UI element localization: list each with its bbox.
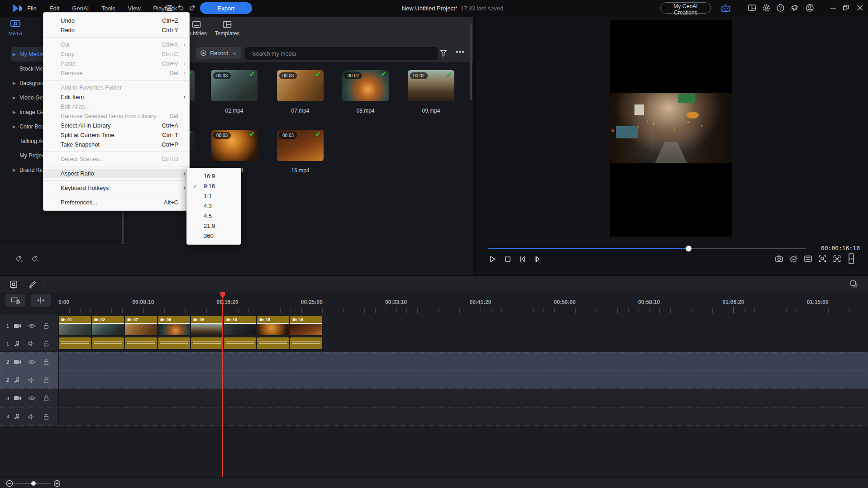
aspect-option-4-3[interactable]: 4:3 bbox=[187, 201, 241, 211]
remove-tag-icon[interactable] bbox=[31, 255, 40, 263]
playback-speed-icon[interactable] bbox=[789, 255, 798, 263]
filter-icon[interactable] bbox=[439, 49, 448, 57]
playback-progress-bar[interactable] bbox=[488, 248, 806, 249]
play-button[interactable] bbox=[488, 255, 497, 264]
previous-frame-button[interactable] bbox=[518, 255, 527, 264]
more-options-icon[interactable]: ••• bbox=[456, 48, 465, 56]
next-frame-button[interactable] bbox=[532, 255, 541, 264]
expander-arrow-icon[interactable]: ▶ bbox=[13, 47, 16, 62]
preview-zoom-icon[interactable] bbox=[818, 255, 827, 263]
media-thumbnail-09-mp4[interactable]: 00:02✓ bbox=[408, 70, 454, 101]
zoom-out-icon[interactable] bbox=[6, 480, 13, 487]
stop-button[interactable] bbox=[503, 255, 512, 264]
sidebar-tab-media[interactable]: Media bbox=[2, 19, 29, 36]
timeline-audio-clip-09[interactable] bbox=[191, 337, 223, 349]
expander-arrow-icon[interactable]: ▶ bbox=[13, 76, 16, 90]
menubar-genai[interactable]: GenAI bbox=[72, 5, 89, 12]
lock-icon[interactable] bbox=[43, 395, 49, 402]
menu-item-split-at-current-time[interactable]: Split at Current TimeCtrl+T bbox=[43, 130, 189, 140]
media-thumbnail-02-mp4[interactable]: 00:03✓ bbox=[211, 70, 258, 101]
lock-icon[interactable] bbox=[43, 377, 49, 384]
progress-knob[interactable] bbox=[686, 246, 692, 251]
expander-arrow-icon[interactable]: ▶ bbox=[13, 90, 16, 105]
save-icon[interactable] bbox=[166, 4, 173, 12]
timeline-audio-clip-02[interactable] bbox=[92, 337, 124, 349]
timeline-video-clip-02[interactable]: 02 bbox=[92, 316, 124, 335]
undo-icon[interactable] bbox=[176, 4, 185, 11]
account-icon[interactable] bbox=[806, 4, 814, 12]
media-thumbnail-07-mp4[interactable]: 00:03✓ bbox=[277, 70, 324, 101]
timeline-video-clip-15[interactable]: 15 bbox=[257, 316, 289, 335]
lock-icon[interactable] bbox=[43, 340, 49, 347]
expander-arrow-icon[interactable]: ▶ bbox=[13, 119, 16, 134]
announcements-icon[interactable] bbox=[791, 4, 800, 12]
zoom-in-icon[interactable] bbox=[53, 480, 61, 487]
window-restore-button[interactable] bbox=[843, 5, 849, 11]
search-input[interactable] bbox=[251, 47, 432, 60]
media-grid-scrollbar[interactable] bbox=[470, 23, 472, 100]
zoom-knob[interactable] bbox=[31, 481, 36, 486]
help-icon[interactable]: ? bbox=[776, 4, 785, 12]
menu-item-undo[interactable]: UndoCtrl+Z bbox=[43, 16, 189, 25]
aspect-option-9-16[interactable]: ✓9:16 bbox=[187, 181, 241, 191]
media-thumbnail-08-mp4[interactable]: 00:02✓ bbox=[342, 70, 389, 101]
media-thumbnail-16-mp4[interactable]: 00:03✓ bbox=[277, 130, 324, 161]
lock-icon[interactable] bbox=[43, 359, 49, 365]
menu-item-take-snapshot[interactable]: Take SnapshotCtrl+P bbox=[43, 140, 189, 149]
aspect-ratio-916-icon[interactable]: 9:16 bbox=[846, 253, 856, 265]
timeline-audio-clip-08[interactable] bbox=[158, 337, 190, 349]
menubar-file[interactable]: File bbox=[27, 5, 37, 12]
timeline-audio-clip-15[interactable] bbox=[257, 337, 289, 349]
timeline-track-audio-2[interactable]: 2 bbox=[0, 370, 868, 389]
layout-icon[interactable] bbox=[748, 4, 756, 12]
redo-icon[interactable] bbox=[188, 4, 196, 11]
timeline-video-clip-08[interactable]: 08 bbox=[158, 316, 190, 335]
toggle-visibility-eye-icon[interactable] bbox=[28, 396, 35, 401]
record-button[interactable]: Record bbox=[196, 47, 241, 59]
aspect-option-16-9[interactable]: 16:9 bbox=[187, 171, 241, 181]
menu-item-select-all-in-library[interactable]: Select All in LibraryCtrl+A bbox=[43, 121, 189, 130]
tab-templates[interactable]: Templates bbox=[207, 20, 248, 37]
menu-item-edit-item[interactable]: Edit Item› bbox=[43, 92, 189, 102]
media-thumbnail-15-mp4[interactable]: 00:03✓ bbox=[211, 130, 258, 161]
expander-arrow-icon[interactable]: ▶ bbox=[13, 105, 16, 119]
ai-copilot-icon[interactable] bbox=[720, 3, 731, 13]
snapshot-icon[interactable] bbox=[775, 255, 783, 263]
settings-gear-icon[interactable] bbox=[762, 4, 771, 12]
menubar-playback[interactable]: Playback bbox=[153, 5, 177, 12]
toggle-visibility-eye-icon[interactable] bbox=[28, 323, 35, 328]
window-minimize-button[interactable] bbox=[830, 5, 836, 11]
aspect-option-4-5[interactable]: 4:5 bbox=[187, 211, 241, 221]
menu-item-aspect-ratio[interactable]: Aspect Ratio› bbox=[43, 169, 189, 178]
timeline-video-clip-16[interactable]: 16 bbox=[290, 316, 322, 335]
fullscreen-icon[interactable] bbox=[833, 255, 841, 263]
menubar-edit[interactable]: Edit bbox=[49, 5, 59, 12]
export-button[interactable]: Export bbox=[200, 2, 252, 14]
timeline-video-clip-10[interactable]: 10 bbox=[224, 316, 256, 335]
my-genai-creations-button[interactable]: My GenAI Creations bbox=[660, 2, 711, 14]
timeline-track-video-3[interactable]: 3 bbox=[0, 389, 868, 407]
playhead-line[interactable] bbox=[222, 298, 223, 477]
mute-speaker-icon[interactable] bbox=[28, 377, 35, 383]
mute-speaker-icon[interactable] bbox=[28, 341, 35, 346]
menubar-view[interactable]: View bbox=[128, 5, 141, 12]
timeline-zoom-slider[interactable] bbox=[15, 483, 51, 484]
timeline-video-clip-09[interactable]: 09 bbox=[191, 316, 223, 335]
timeline-audio-clip-01[interactable] bbox=[59, 337, 91, 349]
marker-list-icon[interactable] bbox=[804, 255, 812, 263]
timeline-audio-clip-10[interactable] bbox=[224, 337, 256, 349]
aspect-option-360[interactable]: 360 bbox=[187, 231, 241, 241]
aspect-option-1-1[interactable]: 1:1 bbox=[187, 191, 241, 201]
menu-item-keyboard-hotkeys[interactable]: Keyboard Hotkeys› bbox=[43, 183, 189, 193]
menubar-tools[interactable]: Tools bbox=[101, 5, 115, 12]
playhead-handle[interactable] bbox=[219, 292, 226, 299]
lock-icon[interactable] bbox=[43, 322, 49, 329]
lock-icon[interactable] bbox=[43, 413, 49, 420]
timeline-track-audio-3[interactable]: 3 bbox=[0, 407, 868, 426]
add-tag-icon[interactable] bbox=[14, 255, 24, 263]
menu-item-redo[interactable]: RedoCtrl+Y bbox=[43, 25, 189, 35]
timeline-track-video-2[interactable]: 2 bbox=[0, 352, 868, 371]
toggle-visibility-eye-icon[interactable] bbox=[28, 360, 35, 365]
timeline-audio-clip-16[interactable] bbox=[290, 337, 322, 349]
aspect-option-21-9[interactable]: 21:9 bbox=[187, 221, 241, 231]
